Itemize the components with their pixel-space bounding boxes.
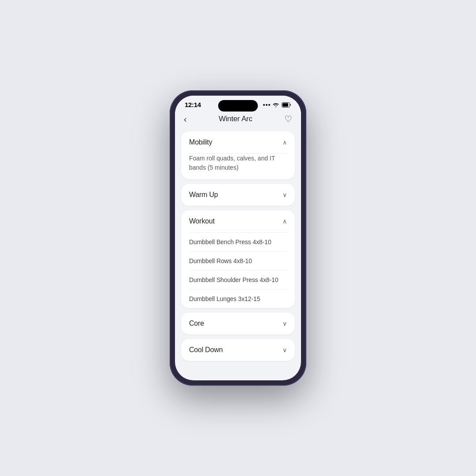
workout-chevron: ∧ bbox=[283, 218, 287, 225]
signal-dots bbox=[263, 104, 270, 106]
core-header[interactable]: Core ∨ bbox=[181, 312, 295, 335]
nav-bar: ‹ Winter Arc ♡ bbox=[175, 110, 301, 129]
phone-frame: 12:14 bbox=[170, 90, 306, 386]
phone-screen: 12:14 bbox=[175, 96, 301, 380]
signal-dot-1 bbox=[263, 104, 265, 106]
warmup-card: Warm Up ∨ bbox=[181, 184, 295, 206]
mobility-title: Mobility bbox=[189, 138, 212, 146]
mobility-text: Foam roll quads, calves, and IT bands (5… bbox=[189, 154, 287, 172]
dynamic-island bbox=[218, 100, 258, 112]
warmup-chevron: ∨ bbox=[283, 191, 287, 198]
status-time: 12:14 bbox=[185, 101, 201, 108]
cooldown-chevron: ∨ bbox=[283, 346, 287, 353]
cooldown-card: Cool Down ∨ bbox=[181, 339, 295, 361]
favorite-button[interactable]: ♡ bbox=[284, 114, 292, 124]
content-scroll[interactable]: Mobility ∧ Foam roll quads, calves, and … bbox=[175, 129, 301, 380]
warmup-title: Warm Up bbox=[189, 191, 218, 199]
exercise-item-1: Dumbbell Bench Press 4x8-10 bbox=[181, 233, 295, 251]
exercise-item-3: Dumbbell Shoulder Press 4x8-10 bbox=[181, 271, 295, 289]
mobility-card: Mobility ∧ Foam roll quads, calves, and … bbox=[181, 131, 295, 179]
wifi-icon bbox=[272, 102, 279, 108]
exercise-item-4: Dumbbell Lunges 3x12-15 bbox=[181, 290, 295, 308]
workout-header[interactable]: Workout ∧ bbox=[181, 210, 295, 232]
mobility-body: Foam roll quads, calves, and IT bands (5… bbox=[181, 154, 295, 179]
workout-title: Workout bbox=[189, 217, 215, 225]
signal-dot-3 bbox=[268, 104, 270, 106]
back-button[interactable]: ‹ bbox=[184, 114, 187, 124]
exercise-item-2: Dumbbell Rows 4x8-10 bbox=[181, 252, 295, 270]
cooldown-header[interactable]: Cool Down ∨ bbox=[181, 339, 295, 361]
status-icons bbox=[263, 102, 291, 108]
page-title: Winter Arc bbox=[219, 115, 252, 123]
cooldown-title: Cool Down bbox=[189, 346, 223, 354]
mobility-header[interactable]: Mobility ∧ bbox=[181, 131, 295, 153]
workout-card: Workout ∧ Dumbbell Bench Press 4x8-10 Du… bbox=[181, 210, 295, 308]
core-card: Core ∨ bbox=[181, 312, 295, 335]
status-bar: 12:14 bbox=[175, 96, 301, 110]
warmup-header[interactable]: Warm Up ∨ bbox=[181, 184, 295, 206]
mobility-chevron: ∧ bbox=[283, 139, 287, 146]
svg-rect-1 bbox=[283, 103, 288, 107]
signal-dot-2 bbox=[266, 104, 268, 106]
core-chevron: ∨ bbox=[283, 320, 287, 327]
battery-icon bbox=[282, 102, 291, 108]
core-title: Core bbox=[189, 320, 204, 327]
